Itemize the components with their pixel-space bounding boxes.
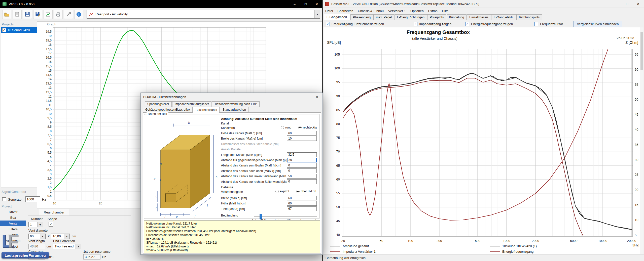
menu-chassis-einbau[interactable]: Chassis & Einbau bbox=[355, 8, 386, 14]
about-button[interactable] bbox=[74, 10, 83, 19]
svg-text:20: 20 bbox=[635, 188, 638, 192]
input-abstand-des-kanals-zur-linken-seitenwand-ma-i-cm[interactable] bbox=[287, 174, 317, 179]
daempfung-slider-thumb[interactable] bbox=[260, 214, 262, 219]
dialog-tab-standardweichen[interactable]: Standardweichen bbox=[220, 107, 248, 112]
daempfung-slider[interactable] bbox=[254, 214, 317, 219]
menu-bearbeiten[interactable]: Bearbeiten bbox=[335, 8, 355, 14]
tab-phasengang[interactable]: Phasengang bbox=[350, 14, 373, 20]
save-button[interactable] bbox=[23, 10, 32, 19]
diameter-b-combo[interactable]: 10,00 bbox=[51, 234, 70, 239]
tab-polarplots[interactable]: Polarplots bbox=[427, 14, 446, 20]
svg-text:10: 10 bbox=[48, 112, 52, 116]
export-graph-button[interactable] bbox=[44, 10, 53, 19]
input-abstand-des-kanals-zur-rechten-seitenwand-ma-j-cm[interactable] bbox=[287, 179, 317, 184]
input-tiefe-ma-t-cm[interactable] bbox=[287, 206, 317, 211]
print-button[interactable] bbox=[54, 10, 63, 19]
tab-b-ndelung[interactable]: Bündelung bbox=[447, 14, 467, 20]
tab-einzelchassis[interactable]: Einzelchassis bbox=[467, 14, 491, 20]
dialog-tab-spannungsteiler[interactable]: Spannungsteiler bbox=[145, 101, 172, 107]
winisd-minimize-button[interactable]: – bbox=[289, 0, 300, 8]
radio-ber-bxhxt[interactable]: über BxHxT bbox=[296, 190, 317, 193]
dropdown-arrow-icon[interactable] bbox=[37, 222, 43, 227]
radio-rund[interactable]: rund bbox=[281, 126, 291, 129]
svg-text:7: 7 bbox=[50, 138, 52, 142]
winisd-maximize-button[interactable]: □ bbox=[300, 0, 311, 8]
dialog-tabrow-1: Gehäuse geschlossen/BassreflexBassreflex… bbox=[143, 107, 249, 112]
rear-chamber-tab[interactable]: Rear chamber bbox=[39, 209, 69, 215]
radio-explizit[interactable]: explizit bbox=[275, 190, 289, 193]
radio-dot-icon bbox=[298, 126, 302, 129]
input-l-nge-des-kanals-ma-l-cm[interactable] bbox=[287, 152, 317, 157]
radio-rechteckig[interactable]: rechteckig bbox=[298, 126, 317, 129]
boxsim-legend: Amplitude gesamtImpedanz Verstärker 118S… bbox=[324, 243, 640, 254]
dialog-tab-impedanzkorrekturglieder[interactable]: Impedanzkorrekturglieder bbox=[172, 101, 211, 107]
generate-checkbox[interactable] bbox=[2, 197, 6, 201]
option-frequenzcursor[interactable]: Frequenzcursor bbox=[534, 22, 563, 26]
checkbox-frequenzcursor[interactable] bbox=[534, 22, 538, 26]
dialog-tab-bassreflexkanal[interactable]: Bassreflexkanal bbox=[193, 107, 220, 113]
boxsim-close-button[interactable]: ✕ bbox=[633, 0, 644, 8]
tab-max-pegel[interactable]: max. Pegel bbox=[373, 14, 394, 20]
tools-button[interactable] bbox=[64, 10, 73, 19]
scrollbar-thumb[interactable] bbox=[640, 32, 643, 70]
result-line: xmax = 5,608 cm (Effektivwert) bbox=[146, 248, 318, 252]
input-h-he-des-kanals-ma-c-cm[interactable] bbox=[287, 131, 317, 136]
tab-f-gang-imped[interactable]: F-Gang/Imped. bbox=[324, 14, 350, 20]
checkbox-frequenzgang-einzelchassis-zeigen[interactable] bbox=[326, 22, 330, 26]
option-energiefrequenzgang-zeigen[interactable]: Energiefrequenzgang zeigen bbox=[466, 22, 513, 26]
input-h-he-ma-h-cm[interactable] bbox=[287, 201, 317, 206]
dialog-close-button[interactable]: ✕ bbox=[311, 93, 323, 101]
input-abstand-zur-gegen-berliegenden-wand-ma-g-cm[interactable] bbox=[287, 158, 317, 162]
new-file-icon bbox=[14, 12, 20, 17]
dropdown-arrow-icon[interactable] bbox=[64, 234, 69, 239]
menu-hilfe[interactable]: Hilfe bbox=[440, 8, 451, 14]
nav-item-driver[interactable]: Driver bbox=[0, 209, 26, 215]
open-project-button[interactable] bbox=[2, 10, 11, 19]
input-breite-des-kanals-ma-e-cm[interactable] bbox=[287, 136, 317, 141]
dropdown-arrow-icon[interactable] bbox=[76, 244, 81, 249]
shape-checkbox[interactable] bbox=[49, 222, 53, 227]
new-project-button[interactable] bbox=[13, 10, 22, 19]
project-checkbox[interactable] bbox=[2, 28, 6, 32]
dialog-tab-geh-use-geschlossen-bassreflex[interactable]: Gehäuse geschlossen/Bassreflex bbox=[143, 107, 193, 112]
svg-text:500: 500 bbox=[475, 239, 480, 243]
compare-curves-button[interactable]: Vergleichskurven einblenden bbox=[574, 21, 622, 27]
boxsim-scrollbar[interactable] bbox=[640, 27, 643, 254]
checkbox-impedanzgang-zeigen[interactable] bbox=[414, 22, 417, 26]
frequency-input[interactable] bbox=[25, 196, 40, 202]
form-label: Abstand des Kanals zum Boden (Maß f) [cm… bbox=[221, 164, 281, 167]
input-abstand-des-kanals-zum-boden-ma-f-cm[interactable] bbox=[287, 163, 317, 168]
svg-text:13: 13 bbox=[48, 86, 52, 90]
option-frequenzgang-einzelchassis-zeigen[interactable]: Frequenzgang Einzelchassis zeigen bbox=[326, 22, 384, 26]
end-correction-combo[interactable]: Two free end bbox=[53, 244, 81, 249]
tab-richtungsplots[interactable]: Richtungsplots bbox=[516, 14, 542, 20]
volumen-radios: explizitüber BxHxT bbox=[275, 190, 317, 193]
input-abstand-des-kanals-nach-oben-ma-k-cm[interactable] bbox=[287, 168, 317, 173]
boxsim-maximize-button[interactable]: □ bbox=[622, 0, 633, 8]
nav-item-vents[interactable]: Vents bbox=[0, 221, 26, 226]
svg-text:14,5: 14,5 bbox=[46, 73, 52, 77]
save-as-button[interactable] bbox=[33, 10, 42, 19]
boxsim-chart-svg: 4045505560657075808590951001055101520253… bbox=[324, 47, 640, 254]
winisd-close-button[interactable]: ✕ bbox=[311, 0, 322, 8]
menu-extras[interactable]: Extras bbox=[426, 8, 440, 14]
graph-selector-combo[interactable]: Rear port - Air velocity bbox=[87, 10, 320, 19]
svg-text:8: 8 bbox=[50, 129, 52, 133]
svg-text:9: 9 bbox=[50, 121, 52, 124]
boxsim-minimize-button[interactable]: – bbox=[611, 0, 622, 8]
nav-item-box[interactable]: Box bbox=[0, 215, 26, 221]
option-impedanzgang-zeigen[interactable]: Impedanzgang zeigen bbox=[414, 22, 451, 26]
vent-number-combo[interactable]: 1 bbox=[28, 222, 43, 227]
tab-f-gang-richtungen[interactable]: F-Gang Richtungen bbox=[395, 14, 427, 20]
menu-datei[interactable]: Datei bbox=[323, 8, 335, 14]
dialog-tab-tieft-nerverwendung-nach-ebp[interactable]: Tieftönerverwendung nach EBP bbox=[212, 101, 260, 107]
boxsim-app-icon bbox=[325, 2, 329, 6]
combo-dropdown-arrow-icon[interactable] bbox=[314, 10, 320, 18]
tab-f-gang-elektr[interactable]: F-Gang elektr. bbox=[491, 14, 516, 20]
checkbox-energiefrequenzgang-zeigen[interactable] bbox=[466, 22, 469, 26]
input-breite-ma-b-cm[interactable] bbox=[287, 196, 317, 200]
menu-verst-rker-1[interactable]: Verstärker 1 bbox=[386, 8, 408, 14]
menu-optionen[interactable]: Optionen bbox=[408, 8, 426, 14]
svg-text:19,5: 19,5 bbox=[46, 30, 52, 33]
svg-text:60: 60 bbox=[635, 68, 638, 71]
